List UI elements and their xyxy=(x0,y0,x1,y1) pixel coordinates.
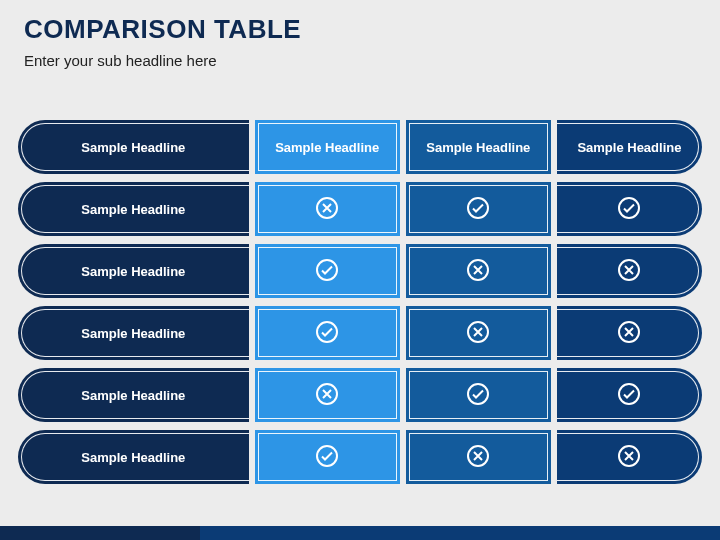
value-cell xyxy=(557,182,702,236)
value-cell xyxy=(255,306,400,360)
value-cell xyxy=(557,244,702,298)
x-icon xyxy=(466,320,490,347)
table-row: Sample Headline xyxy=(18,368,702,422)
row-label: Sample Headline xyxy=(81,202,185,217)
row-label-cell: Sample Headline xyxy=(18,306,249,360)
row-label-cell: Sample Headline xyxy=(18,430,249,484)
table-row: Sample Headline xyxy=(18,244,702,298)
row-label: Sample Headline xyxy=(81,388,185,403)
check-icon xyxy=(466,196,490,223)
header-cell-plan-3: Sample Headline xyxy=(557,120,702,174)
table-row: Sample Headline xyxy=(18,430,702,484)
footer-bar xyxy=(0,526,720,540)
value-cell xyxy=(557,306,702,360)
check-icon xyxy=(315,320,339,347)
value-cell xyxy=(557,368,702,422)
row-label-cell: Sample Headline xyxy=(18,368,249,422)
value-cell xyxy=(406,182,551,236)
header-cell-feature: Sample Headline xyxy=(18,120,249,174)
svg-point-3 xyxy=(317,260,337,280)
x-icon xyxy=(617,444,641,471)
check-icon xyxy=(315,258,339,285)
comparison-table: Sample Headline Sample Headline Sample H… xyxy=(18,120,702,492)
value-cell xyxy=(255,368,400,422)
header-label: Sample Headline xyxy=(426,140,530,155)
value-cell xyxy=(557,430,702,484)
value-cell xyxy=(406,244,551,298)
svg-point-11 xyxy=(619,384,639,404)
svg-point-6 xyxy=(317,322,337,342)
check-icon xyxy=(617,382,641,409)
x-icon xyxy=(617,258,641,285)
svg-point-2 xyxy=(619,198,639,218)
svg-point-1 xyxy=(468,198,488,218)
header-cell-plan-2: Sample Headline xyxy=(406,120,551,174)
row-label: Sample Headline xyxy=(81,450,185,465)
table-row: Sample Headline xyxy=(18,306,702,360)
value-cell xyxy=(406,306,551,360)
x-icon xyxy=(466,444,490,471)
svg-point-12 xyxy=(317,446,337,466)
table-header-row: Sample Headline Sample Headline Sample H… xyxy=(18,120,702,174)
check-icon xyxy=(315,444,339,471)
page-title: COMPARISON TABLE xyxy=(24,14,301,45)
check-icon xyxy=(466,382,490,409)
value-cell xyxy=(406,368,551,422)
svg-point-10 xyxy=(468,384,488,404)
row-label-cell: Sample Headline xyxy=(18,244,249,298)
x-icon xyxy=(315,196,339,223)
header-label: Sample Headline xyxy=(275,140,379,155)
value-cell xyxy=(255,430,400,484)
slide: COMPARISON TABLE Enter your sub headline… xyxy=(0,0,720,540)
footer-stripe xyxy=(0,526,200,540)
table-row: Sample Headline xyxy=(18,182,702,236)
header-cell-plan-1: Sample Headline xyxy=(255,120,400,174)
page-subtitle: Enter your sub headline here xyxy=(24,52,217,69)
value-cell xyxy=(406,430,551,484)
value-cell xyxy=(255,182,400,236)
row-label: Sample Headline xyxy=(81,326,185,341)
row-label-cell: Sample Headline xyxy=(18,182,249,236)
header-label: Sample Headline xyxy=(81,140,185,155)
check-icon xyxy=(617,196,641,223)
row-label: Sample Headline xyxy=(81,264,185,279)
header-label: Sample Headline xyxy=(577,140,681,155)
x-icon xyxy=(315,382,339,409)
value-cell xyxy=(255,244,400,298)
x-icon xyxy=(466,258,490,285)
x-icon xyxy=(617,320,641,347)
